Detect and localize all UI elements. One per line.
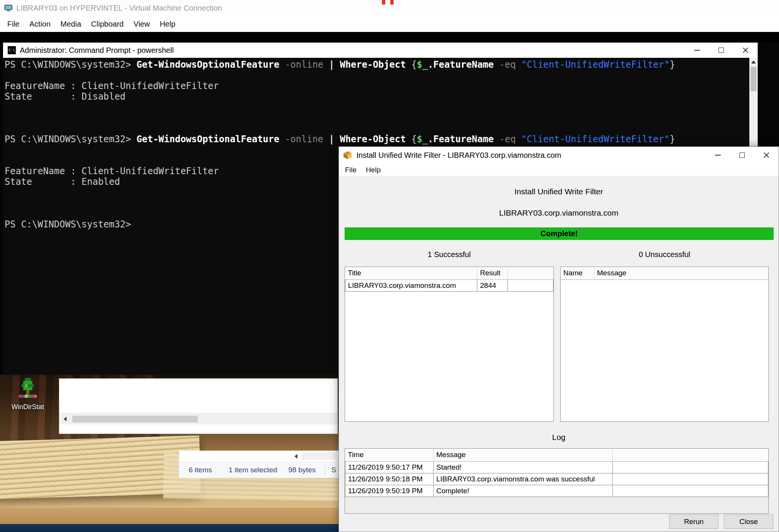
maximize-button[interactable] <box>730 147 754 164</box>
column-header-title[interactable]: Title <box>345 267 477 279</box>
status-selected-count: 1 item selected <box>229 466 277 474</box>
progress-bar: Complete! <box>345 227 774 240</box>
log-section-label: Log <box>339 433 779 442</box>
column-header-empty <box>508 267 553 279</box>
table-header-row: Time Message <box>345 449 768 461</box>
vm-toolbar <box>0 32 779 43</box>
vm-titlebar[interactable]: LIBRARY03 on HYPERVINTEL - Virtual Machi… <box>0 0 779 16</box>
explorer-statusbar-fragment: 6 items 1 item selected 98 bytes S <box>179 451 339 478</box>
output-line: State : Disabled <box>5 91 758 102</box>
dialog-window-controls <box>706 147 779 164</box>
maximize-button[interactable] <box>709 43 733 58</box>
table-row[interactable]: 11/26/2019 9:50:18 PMLIBRARY03.corp.viam… <box>345 473 768 485</box>
syntax-token: Where-Object <box>340 134 405 145</box>
table-cell <box>613 485 768 497</box>
table-header-row: Name Message <box>561 267 768 279</box>
menu-action[interactable]: Action <box>24 17 56 31</box>
blank-line <box>5 123 758 134</box>
command-prompt-icon <box>8 46 16 54</box>
horizontal-scrollbar[interactable] <box>59 413 337 424</box>
table-row[interactable]: LIBRARY03.corp.viamonstra.com2844 <box>345 279 553 291</box>
minimize-icon <box>715 155 721 156</box>
scroll-left-button[interactable] <box>290 451 302 462</box>
table-cell <box>613 473 768 485</box>
vm-window-title: LIBRARY03 on HYPERVINTEL - Virtual Machi… <box>16 4 222 13</box>
blank-line <box>5 70 758 81</box>
syntax-token: $_ <box>417 59 428 70</box>
column-header-name[interactable]: Name <box>561 267 594 279</box>
windirstat-desktop-icon[interactable]: WinDirStat <box>7 376 49 411</box>
blank-line <box>5 113 758 123</box>
scroll-left-button[interactable] <box>59 413 71 424</box>
log-grid: Time Message 11/26/2019 9:50:17 PMStarte… <box>345 448 769 514</box>
syntax-token: PS C:\WINDOWS\system32> <box>5 59 137 70</box>
syntax-token <box>279 134 285 145</box>
scrollbar-thumb[interactable] <box>750 67 757 91</box>
windirstat-tree-icon <box>16 376 40 401</box>
chevron-up-icon <box>751 60 756 64</box>
console-titlebar[interactable]: Administrator: Command Prompt - powershe… <box>3 43 758 58</box>
syntax-token <box>279 59 285 70</box>
minimize-icon <box>694 50 700 51</box>
column-header-result[interactable]: Result <box>477 267 508 279</box>
table-cell: Started! <box>434 461 613 473</box>
successful-results-grid: Title Result LIBRARY03.corp.viamonstra.c… <box>345 267 554 422</box>
table-cell: LIBRARY03.corp.viamonstra.com was succes… <box>434 473 613 485</box>
syntax-token: "Client-UnifiedWriteFilter" <box>521 134 669 145</box>
syntax-token: .FeatureName <box>428 134 494 145</box>
menu-view[interactable]: View <box>129 17 155 31</box>
status-item-count: 6 items <box>189 466 212 474</box>
windirstat-icon-label: WinDirStat <box>7 403 49 411</box>
close-button[interactable] <box>733 43 758 58</box>
table-row[interactable]: 11/26/2019 9:50:17 PMStarted! <box>345 461 768 473</box>
cutoff-red-mark <box>390 0 394 5</box>
menu-help[interactable]: Help <box>155 17 180 31</box>
table-cell: 11/26/2019 9:50:17 PM <box>345 461 434 473</box>
syntax-token: { <box>406 59 417 70</box>
scrollbar-thumb[interactable] <box>72 416 198 422</box>
rerun-button[interactable]: Rerun <box>669 515 719 529</box>
explorer-status-bar: 6 items 1 item selected 98 bytes S <box>179 462 339 478</box>
syntax-token: -online <box>285 134 323 145</box>
close-icon <box>763 152 769 158</box>
dialog-menubar: File Help <box>339 164 779 176</box>
column-header-time[interactable]: Time <box>345 449 434 461</box>
table-cell: Complete! <box>434 485 613 497</box>
console-window-controls <box>685 43 758 58</box>
syntax-token <box>494 134 499 145</box>
close-button[interactable] <box>754 147 779 164</box>
table-cell: LIBRARY03.corp.viamonstra.com <box>345 279 477 291</box>
close-dialog-button[interactable]: Close <box>724 515 773 529</box>
console-window-title: Administrator: Command Prompt - powershe… <box>20 46 174 55</box>
explorer-window-fragment <box>59 378 338 434</box>
syntax-token: $_ <box>417 134 428 145</box>
table-cell: 2844 <box>477 279 508 291</box>
status-cutoff-text: S <box>331 466 336 474</box>
scrollbar-track[interactable] <box>302 452 337 460</box>
dialog-titlebar[interactable]: Install Unified Write Filter - LIBRARY03… <box>339 147 779 164</box>
status-selected-size: 98 bytes <box>288 466 316 474</box>
syntax-token: PS C:\WINDOWS\system32> <box>5 134 137 145</box>
column-header-message[interactable]: Message <box>594 267 768 279</box>
column-header-message[interactable]: Message <box>434 449 613 461</box>
progress-label: Complete! <box>541 229 578 238</box>
menu-file[interactable]: File <box>340 164 361 176</box>
menu-file[interactable]: File <box>2 17 24 31</box>
minimize-button[interactable] <box>685 43 709 58</box>
table-row[interactable]: 11/26/2019 9:50:19 PMComplete! <box>345 485 768 497</box>
horizontal-scrollbar[interactable] <box>179 451 339 462</box>
successful-results-table: Title Result LIBRARY03.corp.viamonstra.c… <box>345 267 553 292</box>
syntax-token <box>323 134 329 145</box>
syntax-token: } <box>669 59 675 70</box>
menu-media[interactable]: Media <box>56 17 86 31</box>
dialog-heading: Install Unified Write Filter <box>339 187 779 196</box>
log-table: Time Message 11/26/2019 9:50:17 PMStarte… <box>345 449 768 497</box>
column-header-empty <box>613 449 768 461</box>
syntax-token: -eq <box>499 59 515 70</box>
unsuccessful-count-label: 0 Unsuccessful <box>560 250 769 259</box>
menu-help[interactable]: Help <box>361 164 385 176</box>
log-table-body: 11/26/2019 9:50:17 PMStarted!11/26/2019 … <box>345 461 768 497</box>
menu-clipboard[interactable]: Clipboard <box>86 17 129 31</box>
minimize-button[interactable] <box>706 147 730 164</box>
scroll-up-button[interactable] <box>749 58 758 66</box>
